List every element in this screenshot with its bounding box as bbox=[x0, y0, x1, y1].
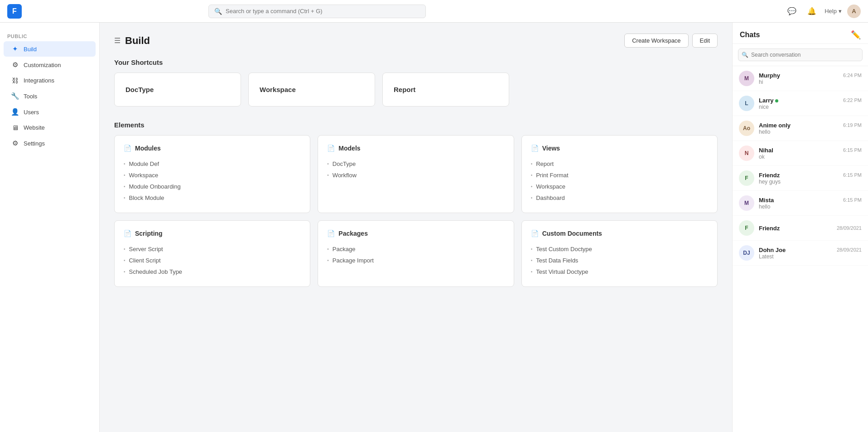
element-card-models: 📄ModelsDocTypeWorkflow bbox=[318, 135, 514, 213]
sidebar-item-customization[interactable]: ⚙Customization bbox=[4, 57, 96, 73]
chat-info-mista: Mista6:15 PMhello bbox=[759, 197, 862, 210]
chat-item-murphy[interactable]: MMurphy6:24 PMhi bbox=[733, 66, 868, 91]
app-logo[interactable]: F bbox=[7, 4, 22, 19]
list-item[interactable]: Workspace bbox=[124, 170, 301, 181]
chats-search-bar: 🔍 bbox=[733, 44, 868, 66]
sidebar-item-build[interactable]: ✦Build bbox=[4, 41, 96, 57]
list-item[interactable]: Package Import bbox=[327, 255, 504, 266]
main-content: ☰ Build Create Workspace Edit Your Short… bbox=[100, 23, 732, 432]
sidebar-label-customization: Customization bbox=[24, 62, 61, 68]
chat-name-friendz1: Friendz bbox=[759, 172, 780, 179]
sidebar-section-label: PUBLIC bbox=[0, 30, 99, 41]
notification-icon[interactable]: 🔔 bbox=[805, 4, 819, 19]
list-item[interactable]: DocType bbox=[327, 158, 504, 170]
element-icon-scripting: 📄 bbox=[124, 230, 131, 237]
element-card-packages: 📄PackagesPackagePackage Import bbox=[318, 220, 514, 287]
user-avatar[interactable]: A bbox=[847, 5, 861, 18]
edit-button[interactable]: Edit bbox=[692, 34, 718, 48]
sidebar-item-users[interactable]: 👤Users bbox=[4, 104, 96, 120]
page-title: Build bbox=[125, 35, 150, 47]
list-item[interactable]: Test Virtual Doctype bbox=[531, 266, 708, 277]
page-actions: Create Workspace Edit bbox=[624, 34, 718, 48]
chat-time-anime-only: 6:19 PM bbox=[843, 122, 862, 128]
chat-info-friendz1: Friendz6:15 PMhey guys bbox=[759, 172, 862, 185]
chat-info-friendz2: Friendz28/09/2021 bbox=[759, 225, 862, 232]
element-icon-modules: 📄 bbox=[124, 145, 131, 152]
chat-avatar-mista: M bbox=[739, 195, 754, 211]
chats-search-input[interactable] bbox=[738, 49, 863, 61]
sidebar: PUBLIC ✦Build⚙Customization⛓Integrations… bbox=[0, 23, 100, 432]
element-list-models: DocTypeWorkflow bbox=[327, 158, 504, 181]
chat-item-friendz1[interactable]: FFriendz6:15 PMhey guys bbox=[733, 166, 868, 191]
shortcuts-grid: DocTypeWorkspaceReport bbox=[114, 73, 718, 107]
shortcut-card-doctype[interactable]: DocType bbox=[114, 73, 241, 107]
chats-title: Chats bbox=[740, 31, 760, 39]
chat-item-nihal[interactable]: NNihal6:15 PMok bbox=[733, 141, 868, 166]
chat-item-mista[interactable]: MMista6:15 PMhello bbox=[733, 191, 868, 216]
list-item[interactable]: Print Format bbox=[531, 170, 708, 181]
list-item[interactable]: Package bbox=[327, 243, 504, 255]
chats-panel: Chats ✏️ 🔍 MMurphy6:24 PMhiLLarry6:22 PM… bbox=[732, 23, 868, 432]
list-item[interactable]: Report bbox=[531, 158, 708, 170]
new-chat-icon[interactable]: ✏️ bbox=[851, 30, 861, 40]
element-title-packages: Packages bbox=[338, 230, 368, 237]
sidebar-label-integrations: Integrations bbox=[24, 77, 54, 84]
chat-preview-nihal: ok bbox=[759, 154, 862, 160]
sidebar-item-integrations[interactable]: ⛓Integrations bbox=[4, 73, 96, 88]
create-workspace-button[interactable]: Create Workspace bbox=[624, 34, 688, 48]
element-card-title-packages: 📄Packages bbox=[327, 230, 504, 237]
element-title-models: Models bbox=[338, 145, 360, 152]
search-bar[interactable]: 🔍 bbox=[208, 5, 426, 18]
chat-preview-murphy: hi bbox=[759, 79, 862, 85]
chat-preview-friendz1: hey guys bbox=[759, 179, 862, 185]
list-item[interactable]: Test Custom Doctype bbox=[531, 243, 708, 255]
comment-icon[interactable]: 💬 bbox=[785, 4, 799, 19]
tools-icon: 🔧 bbox=[11, 92, 19, 100]
list-item[interactable]: Dashboard bbox=[531, 192, 708, 204]
list-item[interactable]: Module Onboarding bbox=[124, 181, 301, 192]
chat-name-nihal: Nihal bbox=[759, 147, 773, 154]
chevron-down-icon: ▾ bbox=[839, 8, 842, 15]
chat-name-dohn-joe: Dohn Joe bbox=[759, 247, 786, 253]
chat-item-anime-only[interactable]: AoAnime only6:19 PMhello bbox=[733, 116, 868, 141]
sidebar-item-settings[interactable]: ⚙Settings bbox=[4, 136, 96, 151]
list-item[interactable]: Block Module bbox=[124, 192, 301, 204]
list-item[interactable]: Client Script bbox=[124, 255, 301, 266]
chat-avatar-dohn-joe: DJ bbox=[739, 245, 754, 261]
shortcut-card-workspace[interactable]: Workspace bbox=[248, 73, 375, 107]
element-title-modules: Modules bbox=[135, 145, 161, 152]
element-list-scripting: Server ScriptClient ScriptScheduled Job … bbox=[124, 243, 301, 277]
shortcut-card-report[interactable]: Report bbox=[382, 73, 509, 107]
list-item[interactable]: Test Data Fields bbox=[531, 255, 708, 266]
search-input[interactable] bbox=[226, 8, 420, 15]
list-item[interactable]: Workflow bbox=[327, 170, 504, 181]
chat-avatar-friendz2: F bbox=[739, 220, 754, 236]
element-card-scripting: 📄ScriptingServer ScriptClient ScriptSche… bbox=[114, 220, 310, 287]
sidebar-item-website[interactable]: 🖥Website bbox=[4, 120, 96, 135]
element-icon-models: 📄 bbox=[327, 145, 335, 152]
element-title-scripting: Scripting bbox=[135, 230, 163, 237]
website-icon: 🖥 bbox=[11, 124, 19, 131]
element-title-custom-documents: Custom Documents bbox=[542, 230, 602, 237]
users-icon: 👤 bbox=[11, 108, 19, 116]
element-list-views: ReportPrint FormatWorkspaceDashboard bbox=[531, 158, 708, 204]
chat-info-anime-only: Anime only6:19 PMhello bbox=[759, 122, 862, 135]
element-card-title-modules: 📄Modules bbox=[124, 145, 301, 152]
element-card-views: 📄ViewsReportPrint FormatWorkspaceDashboa… bbox=[521, 135, 718, 213]
hamburger-icon[interactable]: ☰ bbox=[114, 36, 121, 45]
list-item[interactable]: Scheduled Job Type bbox=[124, 266, 301, 277]
chat-time-friendz1: 6:15 PM bbox=[843, 172, 862, 178]
chat-name-larry: Larry bbox=[759, 97, 778, 104]
chat-item-friendz2[interactable]: FFriendz28/09/2021 bbox=[733, 216, 868, 241]
list-item[interactable]: Workspace bbox=[531, 181, 708, 192]
element-card-title-views: 📄Views bbox=[531, 145, 708, 152]
sidebar-item-tools[interactable]: 🔧Tools bbox=[4, 88, 96, 104]
chat-item-dohn-joe[interactable]: DJDohn Joe28/09/2021Latest bbox=[733, 241, 868, 266]
chat-name-mista: Mista bbox=[759, 197, 774, 204]
list-item[interactable]: Server Script bbox=[124, 243, 301, 255]
chat-time-mista: 6:15 PM bbox=[843, 197, 862, 203]
chat-item-larry[interactable]: LLarry6:22 PMnice bbox=[733, 91, 868, 116]
chat-info-dohn-joe: Dohn Joe28/09/2021Latest bbox=[759, 247, 862, 260]
help-menu[interactable]: Help ▾ bbox=[825, 8, 842, 15]
list-item[interactable]: Module Def bbox=[124, 158, 301, 170]
